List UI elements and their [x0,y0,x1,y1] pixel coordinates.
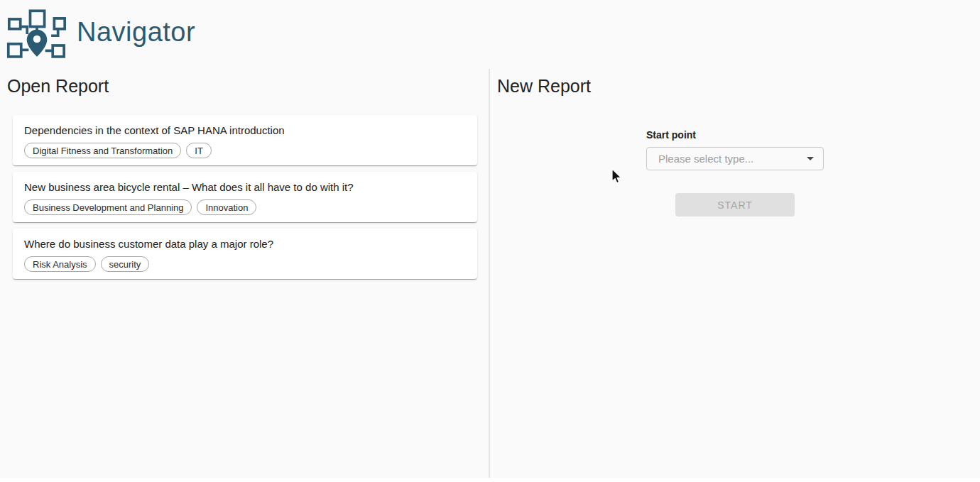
start-button[interactable]: START [675,193,795,217]
tag-row: Digital Fitness and Transformation IT [24,143,466,158]
report-title: Dependencies in the context of SAP HANA … [24,124,466,136]
tag-chip: Risk Analysis [24,256,96,272]
report-card[interactable]: Where do business customer data play a m… [13,229,477,279]
report-title: Where do business customer data play a m… [24,238,466,250]
tag-chip: Digital Fitness and Transformation [24,143,181,158]
main-content: Open Report Dependencies in the context … [0,69,980,478]
start-point-type-select[interactable]: Please select type... [646,147,824,170]
report-card-list: Dependencies in the context of SAP HANA … [13,115,481,279]
start-point-label: Start point [646,129,824,141]
report-title: New business area bicycle rental – What … [24,181,466,193]
select-placeholder: Please select type... [658,153,753,165]
tag-chip: Innovation [197,199,256,215]
app-header: Navigator [0,0,980,69]
new-report-pane: New Report Start point Please select typ… [490,69,980,478]
tag-row: Business Development and Planning Innova… [24,199,466,215]
tag-chip: IT [186,143,212,158]
app-title: Navigator [77,17,195,48]
new-report-form: Start point Please select type... START [646,129,824,217]
open-report-pane: Open Report Dependencies in the context … [0,69,490,478]
app-logo [6,7,68,58]
open-report-heading: Open Report [7,76,481,97]
network-map-pin-icon [6,7,68,58]
tag-chip: security [101,256,150,272]
report-card[interactable]: New business area bicycle rental – What … [13,172,477,222]
tag-chip: Business Development and Planning [24,199,192,215]
bottom-strip [0,478,980,482]
new-report-heading: New Report [497,76,980,97]
tag-row: Risk Analysis security [24,256,466,272]
report-card[interactable]: Dependencies in the context of SAP HANA … [13,115,477,165]
chevron-down-icon [807,157,814,160]
